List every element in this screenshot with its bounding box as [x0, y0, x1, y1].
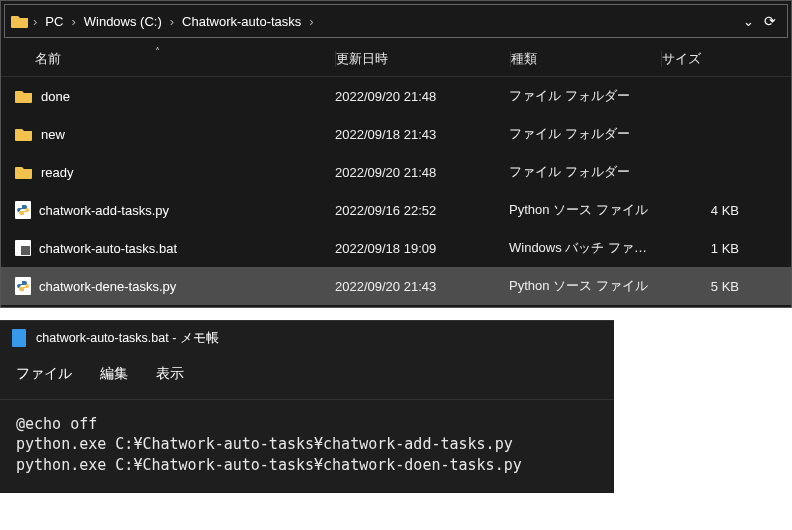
notepad-text-area[interactable]: @echo off python.exe C:¥Chatwork-auto-ta…: [0, 400, 614, 493]
file-date: 2022/09/18 21:43: [335, 127, 509, 142]
breadcrumb-separator: ›: [305, 12, 317, 31]
file-name: chatwork-auto-tasks.bat: [39, 241, 177, 256]
menu-edit[interactable]: 編集: [100, 365, 128, 383]
file-type: ファイル フォルダー: [509, 125, 659, 143]
file-list: 名前 ˄ 更新日時 種類 サイズ done2022/09/20 21:48ファイ…: [1, 44, 791, 307]
folder-icon: [11, 13, 29, 29]
file-type: Windows バッチ ファ…: [509, 239, 659, 257]
file-date: 2022/09/20 21:43: [335, 279, 509, 294]
file-name: chatwork-dene-tasks.py: [39, 279, 176, 294]
notepad-title-text: chatwork-auto-tasks.bat - メモ帳: [36, 330, 219, 347]
breadcrumb-separator: ›: [166, 12, 178, 31]
file-size: 4 KB: [659, 203, 739, 218]
notepad-file-icon: [12, 329, 26, 347]
breadcrumb-drive[interactable]: Windows (C:): [80, 12, 166, 31]
file-date: 2022/09/20 21:48: [335, 89, 509, 104]
notepad-menubar: ファイル 編集 表示: [0, 355, 614, 399]
breadcrumb-folder[interactable]: Chatwork-auto-tasks: [178, 12, 305, 31]
column-header-size[interactable]: サイズ: [662, 50, 742, 68]
menu-file[interactable]: ファイル: [16, 365, 72, 383]
column-header-name[interactable]: 名前 ˄: [15, 50, 335, 68]
file-name: done: [41, 89, 70, 104]
file-name: chatwork-add-tasks.py: [39, 203, 169, 218]
file-row[interactable]: chatwork-add-tasks.py2022/09/16 22:52Pyt…: [1, 191, 791, 229]
folder-icon: [15, 88, 33, 104]
column-headers: 名前 ˄ 更新日時 種類 サイズ: [1, 44, 791, 77]
menu-view[interactable]: 表示: [156, 365, 184, 383]
file-size: 1 KB: [659, 241, 739, 256]
batch-file-icon: [15, 240, 31, 256]
folder-icon: [15, 126, 33, 142]
file-name: ready: [41, 165, 74, 180]
file-row[interactable]: new2022/09/18 21:43ファイル フォルダー: [1, 115, 791, 153]
column-header-type[interactable]: 種類: [511, 50, 661, 68]
file-date: 2022/09/18 19:09: [335, 241, 509, 256]
folder-icon: [15, 164, 33, 180]
breadcrumb-separator: ›: [29, 12, 41, 31]
column-header-date[interactable]: 更新日時: [336, 50, 510, 68]
notepad-window: chatwork-auto-tasks.bat - メモ帳 ファイル 編集 表示…: [0, 320, 614, 493]
refresh-icon[interactable]: ⟳: [759, 13, 781, 29]
column-header-name-label: 名前: [35, 51, 61, 66]
file-size: 5 KB: [659, 279, 739, 294]
file-date: 2022/09/16 22:52: [335, 203, 509, 218]
file-type: Python ソース ファイル: [509, 277, 659, 295]
file-row[interactable]: ready2022/09/20 21:48ファイル フォルダー: [1, 153, 791, 191]
file-row[interactable]: chatwork-auto-tasks.bat2022/09/18 19:09W…: [1, 229, 791, 267]
sort-indicator-icon: ˄: [155, 46, 160, 57]
python-file-icon: [15, 277, 31, 295]
file-type: ファイル フォルダー: [509, 87, 659, 105]
file-row[interactable]: chatwork-dene-tasks.py2022/09/20 21:43Py…: [1, 267, 791, 305]
file-explorer-window: › PC › Windows (C:) › Chatwork-auto-task…: [0, 0, 792, 308]
file-type: Python ソース ファイル: [509, 201, 659, 219]
chevron-down-icon[interactable]: ⌄: [737, 14, 759, 29]
address-bar[interactable]: › PC › Windows (C:) › Chatwork-auto-task…: [4, 4, 788, 38]
python-file-icon: [15, 201, 31, 219]
file-name: new: [41, 127, 65, 142]
file-type: ファイル フォルダー: [509, 163, 659, 181]
file-date: 2022/09/20 21:48: [335, 165, 509, 180]
breadcrumb-separator: ›: [67, 12, 79, 31]
notepad-titlebar[interactable]: chatwork-auto-tasks.bat - メモ帳: [0, 321, 614, 355]
breadcrumb-pc[interactable]: PC: [41, 12, 67, 31]
file-row[interactable]: done2022/09/20 21:48ファイル フォルダー: [1, 77, 791, 115]
